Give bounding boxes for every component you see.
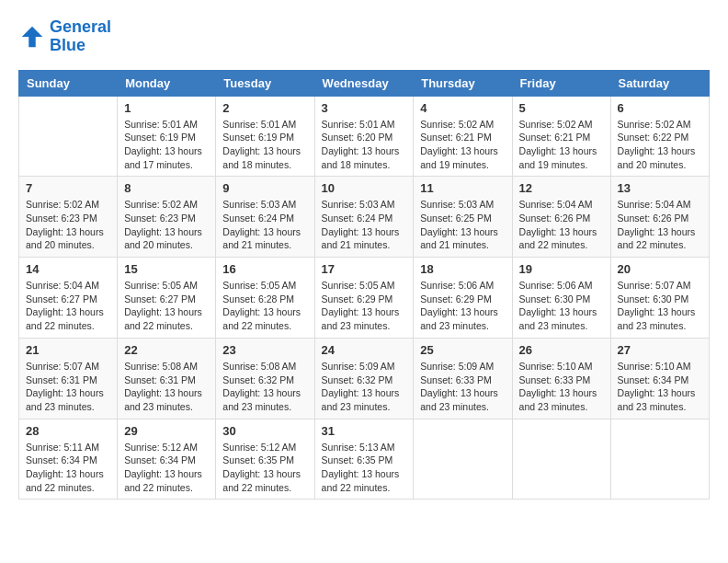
day-number: 2: [222, 101, 307, 115]
day-number: 20: [618, 262, 702, 276]
day-number: 19: [519, 262, 604, 276]
day-detail: Sunrise: 5:10 AMSunset: 6:33 PMDaylight:…: [519, 360, 604, 414]
day-detail: Sunrise: 5:04 AMSunset: 6:26 PMDaylight:…: [519, 198, 604, 252]
day-number: 7: [26, 181, 110, 195]
day-number: 26: [519, 343, 604, 357]
calendar-cell: 30Sunrise: 5:12 AMSunset: 6:35 PMDayligh…: [216, 419, 314, 500]
day-number: 5: [519, 101, 604, 115]
calendar-cell: 17Sunrise: 5:05 AMSunset: 6:29 PMDayligh…: [314, 258, 414, 339]
day-number: 17: [322, 262, 407, 276]
day-detail: Sunrise: 5:11 AMSunset: 6:34 PMDaylight:…: [26, 441, 110, 495]
svg-marker-0: [22, 27, 43, 48]
page-header: General Blue: [18, 18, 710, 55]
day-number: 3: [322, 101, 407, 115]
day-number: 4: [420, 101, 505, 115]
day-number: 6: [618, 101, 702, 115]
header-tuesday: Tuesday: [216, 70, 314, 96]
calendar-cell: 16Sunrise: 5:05 AMSunset: 6:28 PMDayligh…: [216, 258, 314, 339]
header-monday: Monday: [118, 70, 216, 96]
calendar-cell: 25Sunrise: 5:09 AMSunset: 6:33 PMDayligh…: [414, 338, 512, 419]
header-wednesday: Wednesday: [314, 70, 414, 96]
day-detail: Sunrise: 5:05 AMSunset: 6:27 PMDaylight:…: [124, 279, 209, 333]
calendar-cell: 26Sunrise: 5:10 AMSunset: 6:33 PMDayligh…: [512, 338, 610, 419]
day-detail: Sunrise: 5:04 AMSunset: 6:27 PMDaylight:…: [26, 279, 110, 333]
day-detail: Sunrise: 5:09 AMSunset: 6:33 PMDaylight:…: [420, 360, 505, 414]
calendar-cell: 22Sunrise: 5:08 AMSunset: 6:31 PMDayligh…: [118, 338, 216, 419]
day-detail: Sunrise: 5:07 AMSunset: 6:30 PMDaylight:…: [618, 279, 702, 333]
calendar-cell: 13Sunrise: 5:04 AMSunset: 6:26 PMDayligh…: [610, 177, 709, 258]
day-detail: Sunrise: 5:08 AMSunset: 6:32 PMDaylight:…: [222, 360, 307, 414]
calendar-cell: [19, 96, 118, 177]
calendar-cell: 20Sunrise: 5:07 AMSunset: 6:30 PMDayligh…: [610, 258, 709, 339]
day-number: 16: [222, 262, 307, 276]
calendar-week-5: 28Sunrise: 5:11 AMSunset: 6:34 PMDayligh…: [19, 419, 710, 500]
day-number: 28: [26, 424, 110, 438]
day-number: 9: [222, 181, 307, 195]
calendar-cell: [512, 419, 610, 500]
day-number: 27: [618, 343, 702, 357]
calendar-table: SundayMondayTuesdayWednesdayThursdayFrid…: [18, 70, 710, 500]
calendar-cell: 12Sunrise: 5:04 AMSunset: 6:26 PMDayligh…: [512, 177, 610, 258]
calendar-cell: 6Sunrise: 5:02 AMSunset: 6:22 PMDaylight…: [610, 96, 709, 177]
day-number: 14: [26, 262, 110, 276]
calendar-cell: 11Sunrise: 5:03 AMSunset: 6:25 PMDayligh…: [414, 177, 512, 258]
day-number: 22: [124, 343, 209, 357]
calendar-week-4: 21Sunrise: 5:07 AMSunset: 6:31 PMDayligh…: [19, 338, 710, 419]
calendar-cell: 31Sunrise: 5:13 AMSunset: 6:35 PMDayligh…: [314, 419, 414, 500]
logo-text: General Blue: [50, 18, 111, 55]
calendar-cell: 19Sunrise: 5:06 AMSunset: 6:30 PMDayligh…: [512, 258, 610, 339]
day-number: 30: [222, 424, 307, 438]
day-detail: Sunrise: 5:02 AMSunset: 6:21 PMDaylight:…: [519, 118, 604, 172]
day-detail: Sunrise: 5:03 AMSunset: 6:24 PMDaylight:…: [322, 198, 407, 252]
calendar-cell: [414, 419, 512, 500]
day-number: 21: [26, 343, 110, 357]
day-number: 10: [322, 181, 407, 195]
day-number: 1: [124, 101, 209, 115]
day-number: 31: [322, 424, 407, 438]
day-number: 23: [222, 343, 307, 357]
day-detail: Sunrise: 5:05 AMSunset: 6:28 PMDaylight:…: [222, 279, 307, 333]
day-detail: Sunrise: 5:02 AMSunset: 6:23 PMDaylight:…: [124, 198, 209, 252]
logo: General Blue: [18, 18, 111, 55]
day-detail: Sunrise: 5:04 AMSunset: 6:26 PMDaylight:…: [618, 198, 702, 252]
day-detail: Sunrise: 5:03 AMSunset: 6:24 PMDaylight:…: [222, 198, 307, 252]
day-detail: Sunrise: 5:12 AMSunset: 6:34 PMDaylight:…: [124, 441, 209, 495]
calendar-cell: 18Sunrise: 5:06 AMSunset: 6:29 PMDayligh…: [414, 258, 512, 339]
day-number: 8: [124, 181, 209, 195]
day-detail: Sunrise: 5:02 AMSunset: 6:21 PMDaylight:…: [420, 118, 505, 172]
calendar-cell: 1Sunrise: 5:01 AMSunset: 6:19 PMDaylight…: [118, 96, 216, 177]
calendar-cell: 21Sunrise: 5:07 AMSunset: 6:31 PMDayligh…: [19, 338, 118, 419]
calendar-cell: 14Sunrise: 5:04 AMSunset: 6:27 PMDayligh…: [19, 258, 118, 339]
calendar-cell: 2Sunrise: 5:01 AMSunset: 6:19 PMDaylight…: [216, 96, 314, 177]
calendar-cell: [610, 419, 709, 500]
calendar-week-1: 1Sunrise: 5:01 AMSunset: 6:19 PMDaylight…: [19, 96, 710, 177]
day-detail: Sunrise: 5:09 AMSunset: 6:32 PMDaylight:…: [322, 360, 407, 414]
calendar-cell: 23Sunrise: 5:08 AMSunset: 6:32 PMDayligh…: [216, 338, 314, 419]
day-detail: Sunrise: 5:10 AMSunset: 6:34 PMDaylight:…: [618, 360, 702, 414]
day-detail: Sunrise: 5:01 AMSunset: 6:19 PMDaylight:…: [222, 118, 307, 172]
day-number: 15: [124, 262, 209, 276]
day-detail: Sunrise: 5:07 AMSunset: 6:31 PMDaylight:…: [26, 360, 110, 414]
calendar-cell: 7Sunrise: 5:02 AMSunset: 6:23 PMDaylight…: [19, 177, 118, 258]
header-saturday: Saturday: [610, 70, 709, 96]
day-detail: Sunrise: 5:02 AMSunset: 6:23 PMDaylight:…: [26, 198, 110, 252]
calendar-cell: 5Sunrise: 5:02 AMSunset: 6:21 PMDaylight…: [512, 96, 610, 177]
day-number: 11: [420, 181, 505, 195]
day-detail: Sunrise: 5:08 AMSunset: 6:31 PMDaylight:…: [124, 360, 209, 414]
day-detail: Sunrise: 5:12 AMSunset: 6:35 PMDaylight:…: [222, 441, 307, 495]
calendar-cell: 27Sunrise: 5:10 AMSunset: 6:34 PMDayligh…: [610, 338, 709, 419]
calendar-cell: 10Sunrise: 5:03 AMSunset: 6:24 PMDayligh…: [314, 177, 414, 258]
day-detail: Sunrise: 5:06 AMSunset: 6:30 PMDaylight:…: [519, 279, 604, 333]
calendar-cell: 29Sunrise: 5:12 AMSunset: 6:34 PMDayligh…: [118, 419, 216, 500]
day-detail: Sunrise: 5:01 AMSunset: 6:20 PMDaylight:…: [322, 118, 407, 172]
day-detail: Sunrise: 5:13 AMSunset: 6:35 PMDaylight:…: [322, 441, 407, 495]
calendar-cell: 9Sunrise: 5:03 AMSunset: 6:24 PMDaylight…: [216, 177, 314, 258]
day-number: 18: [420, 262, 505, 276]
header-sunday: Sunday: [19, 70, 118, 96]
day-number: 25: [420, 343, 505, 357]
day-number: 12: [519, 181, 604, 195]
day-detail: Sunrise: 5:02 AMSunset: 6:22 PMDaylight:…: [618, 118, 702, 172]
header-thursday: Thursday: [414, 70, 512, 96]
calendar-header-row: SundayMondayTuesdayWednesdayThursdayFrid…: [19, 70, 710, 96]
calendar-cell: 15Sunrise: 5:05 AMSunset: 6:27 PMDayligh…: [118, 258, 216, 339]
